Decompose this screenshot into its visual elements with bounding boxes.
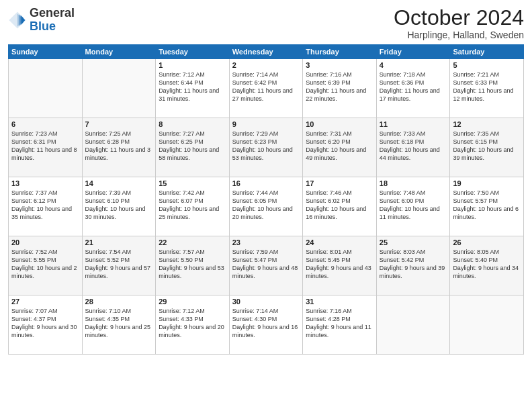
day-num-0-6: 5 bbox=[453, 61, 521, 69]
day-num-3-2: 22 bbox=[159, 238, 226, 246]
cell-3-5: 25Sunrise: 8:03 AM Sunset: 5:42 PM Dayli… bbox=[376, 236, 450, 295]
cell-4-1: 28Sunrise: 7:10 AM Sunset: 4:35 PM Dayli… bbox=[82, 295, 156, 355]
day-num-0-5: 4 bbox=[380, 61, 447, 69]
day-num-0-2: 1 bbox=[159, 61, 226, 69]
cell-1-0: 6Sunrise: 7:23 AM Sunset: 6:31 PM Daylig… bbox=[9, 118, 83, 177]
cell-3-3: 23Sunrise: 7:59 AM Sunset: 5:47 PM Dayli… bbox=[229, 236, 303, 295]
cell-4-3: 30Sunrise: 7:14 AM Sunset: 4:30 PM Dayli… bbox=[229, 295, 303, 355]
day-num-4-4: 31 bbox=[306, 298, 373, 306]
cell-text-0-2: Sunrise: 7:12 AM Sunset: 6:44 PM Dayligh… bbox=[159, 71, 226, 103]
cell-text-2-4: Sunrise: 7:46 AM Sunset: 6:02 PM Dayligh… bbox=[306, 189, 373, 222]
cell-2-6: 19Sunrise: 7:50 AM Sunset: 5:57 PM Dayli… bbox=[450, 177, 524, 236]
day-num-2-5: 18 bbox=[380, 179, 447, 187]
calendar-table: Sunday Monday Tuesday Wednesday Thursday… bbox=[8, 44, 524, 355]
cell-4-4: 31Sunrise: 7:16 AM Sunset: 4:28 PM Dayli… bbox=[303, 295, 377, 355]
cell-1-2: 8Sunrise: 7:27 AM Sunset: 6:25 PM Daylig… bbox=[156, 118, 230, 177]
header-row: Sunday Monday Tuesday Wednesday Thursday… bbox=[9, 45, 524, 59]
cell-3-4: 24Sunrise: 8:01 AM Sunset: 5:45 PM Dayli… bbox=[303, 236, 377, 295]
cell-4-6 bbox=[450, 295, 524, 355]
day-num-3-4: 24 bbox=[306, 238, 373, 246]
day-num-1-1: 7 bbox=[85, 120, 153, 128]
day-num-0-3: 2 bbox=[232, 61, 300, 69]
title-block: October 2024 Harplinge, Halland, Sweden bbox=[394, 7, 524, 40]
calendar-body: 1Sunrise: 7:12 AM Sunset: 6:44 PM Daylig… bbox=[9, 59, 524, 355]
cell-4-5 bbox=[376, 295, 450, 355]
cell-text-4-3: Sunrise: 7:14 AM Sunset: 4:30 PM Dayligh… bbox=[232, 307, 300, 340]
cell-text-1-2: Sunrise: 7:27 AM Sunset: 6:25 PM Dayligh… bbox=[159, 130, 226, 163]
cell-0-4: 3Sunrise: 7:16 AM Sunset: 6:39 PM Daylig… bbox=[303, 59, 377, 118]
cell-3-1: 21Sunrise: 7:54 AM Sunset: 5:52 PM Dayli… bbox=[82, 236, 156, 295]
cell-text-3-0: Sunrise: 7:52 AM Sunset: 5:55 PM Dayligh… bbox=[11, 248, 79, 281]
cell-2-3: 16Sunrise: 7:44 AM Sunset: 6:05 PM Dayli… bbox=[229, 177, 303, 236]
cell-text-2-6: Sunrise: 7:50 AM Sunset: 5:57 PM Dayligh… bbox=[453, 189, 521, 222]
cell-0-0 bbox=[9, 59, 83, 118]
cell-2-2: 15Sunrise: 7:42 AM Sunset: 6:07 PM Dayli… bbox=[156, 177, 230, 236]
cell-text-2-1: Sunrise: 7:39 AM Sunset: 6:10 PM Dayligh… bbox=[85, 189, 153, 222]
cell-text-2-0: Sunrise: 7:37 AM Sunset: 6:12 PM Dayligh… bbox=[11, 189, 79, 222]
day-num-3-6: 26 bbox=[453, 238, 521, 246]
day-num-0-4: 3 bbox=[306, 61, 373, 69]
day-num-3-0: 20 bbox=[11, 238, 79, 246]
day-num-4-0: 27 bbox=[11, 298, 79, 306]
cell-text-0-5: Sunrise: 7:18 AM Sunset: 6:36 PM Dayligh… bbox=[380, 71, 447, 103]
header-wednesday: Wednesday bbox=[229, 45, 303, 59]
svg-marker-3 bbox=[21, 15, 26, 25]
logo-text: General Blue bbox=[30, 7, 75, 34]
header: General Blue October 2024 Harplinge, Hal… bbox=[8, 7, 524, 40]
cell-text-3-6: Sunrise: 8:05 AM Sunset: 5:40 PM Dayligh… bbox=[453, 248, 521, 281]
cell-text-1-4: Sunrise: 7:31 AM Sunset: 6:20 PM Dayligh… bbox=[306, 130, 373, 163]
week-row-0: 1Sunrise: 7:12 AM Sunset: 6:44 PM Daylig… bbox=[9, 59, 524, 118]
title-month: October 2024 bbox=[394, 7, 524, 28]
cell-text-4-0: Sunrise: 7:07 AM Sunset: 4:37 PM Dayligh… bbox=[11, 307, 79, 340]
page-container: General Blue October 2024 Harplinge, Hal… bbox=[0, 0, 532, 411]
day-num-3-5: 25 bbox=[380, 238, 447, 246]
day-num-2-0: 13 bbox=[11, 179, 79, 187]
day-num-2-4: 17 bbox=[306, 179, 373, 187]
cell-0-2: 1Sunrise: 7:12 AM Sunset: 6:44 PM Daylig… bbox=[156, 59, 230, 118]
cell-4-0: 27Sunrise: 7:07 AM Sunset: 4:37 PM Dayli… bbox=[9, 295, 83, 355]
cell-1-3: 9Sunrise: 7:29 AM Sunset: 6:23 PM Daylig… bbox=[229, 118, 303, 177]
cell-text-1-0: Sunrise: 7:23 AM Sunset: 6:31 PM Dayligh… bbox=[11, 130, 79, 163]
cell-4-2: 29Sunrise: 7:12 AM Sunset: 4:33 PM Dayli… bbox=[156, 295, 230, 355]
cell-1-1: 7Sunrise: 7:25 AM Sunset: 6:28 PM Daylig… bbox=[82, 118, 156, 177]
cell-0-6: 5Sunrise: 7:21 AM Sunset: 6:33 PM Daylig… bbox=[450, 59, 524, 118]
day-num-2-3: 16 bbox=[232, 179, 300, 187]
header-tuesday: Tuesday bbox=[156, 45, 230, 59]
day-num-2-2: 15 bbox=[159, 179, 226, 187]
cell-1-4: 10Sunrise: 7:31 AM Sunset: 6:20 PM Dayli… bbox=[303, 118, 377, 177]
day-num-1-3: 9 bbox=[232, 120, 300, 128]
cell-text-4-4: Sunrise: 7:16 AM Sunset: 4:28 PM Dayligh… bbox=[306, 307, 373, 340]
header-monday: Monday bbox=[82, 45, 156, 59]
cell-2-1: 14Sunrise: 7:39 AM Sunset: 6:10 PM Dayli… bbox=[82, 177, 156, 236]
logo: General Blue bbox=[8, 7, 75, 34]
day-num-1-0: 6 bbox=[11, 120, 79, 128]
cell-2-5: 18Sunrise: 7:48 AM Sunset: 6:00 PM Dayli… bbox=[376, 177, 450, 236]
title-location: Harplinge, Halland, Sweden bbox=[394, 30, 524, 40]
header-sunday: Sunday bbox=[9, 45, 83, 59]
cell-text-3-4: Sunrise: 8:01 AM Sunset: 5:45 PM Dayligh… bbox=[306, 248, 373, 281]
week-row-1: 6Sunrise: 7:23 AM Sunset: 6:31 PM Daylig… bbox=[9, 118, 524, 177]
logo-blue: Blue bbox=[30, 19, 56, 33]
cell-2-4: 17Sunrise: 7:46 AM Sunset: 6:02 PM Dayli… bbox=[303, 177, 377, 236]
week-row-3: 20Sunrise: 7:52 AM Sunset: 5:55 PM Dayli… bbox=[9, 236, 524, 295]
cell-text-3-3: Sunrise: 7:59 AM Sunset: 5:47 PM Dayligh… bbox=[232, 248, 300, 281]
cell-text-0-6: Sunrise: 7:21 AM Sunset: 6:33 PM Dayligh… bbox=[453, 71, 521, 103]
day-num-3-1: 21 bbox=[85, 238, 153, 246]
calendar-header: Sunday Monday Tuesday Wednesday Thursday… bbox=[9, 45, 524, 59]
day-num-1-4: 10 bbox=[306, 120, 373, 128]
cell-text-4-1: Sunrise: 7:10 AM Sunset: 4:35 PM Dayligh… bbox=[85, 307, 153, 340]
header-thursday: Thursday bbox=[303, 45, 377, 59]
cell-text-0-4: Sunrise: 7:16 AM Sunset: 6:39 PM Dayligh… bbox=[306, 71, 373, 103]
cell-3-2: 22Sunrise: 7:57 AM Sunset: 5:50 PM Dayli… bbox=[156, 236, 230, 295]
cell-text-4-2: Sunrise: 7:12 AM Sunset: 4:33 PM Dayligh… bbox=[159, 307, 226, 340]
header-friday: Friday bbox=[376, 45, 450, 59]
week-row-2: 13Sunrise: 7:37 AM Sunset: 6:12 PM Dayli… bbox=[9, 177, 524, 236]
cell-text-1-3: Sunrise: 7:29 AM Sunset: 6:23 PM Dayligh… bbox=[232, 130, 300, 163]
day-num-1-6: 12 bbox=[453, 120, 521, 128]
day-num-2-6: 19 bbox=[453, 179, 521, 187]
cell-0-3: 2Sunrise: 7:14 AM Sunset: 6:42 PM Daylig… bbox=[229, 59, 303, 118]
cell-text-2-3: Sunrise: 7:44 AM Sunset: 6:05 PM Dayligh… bbox=[232, 189, 300, 222]
day-num-1-2: 8 bbox=[159, 120, 226, 128]
cell-1-6: 12Sunrise: 7:35 AM Sunset: 6:15 PM Dayli… bbox=[450, 118, 524, 177]
cell-0-1 bbox=[82, 59, 156, 118]
